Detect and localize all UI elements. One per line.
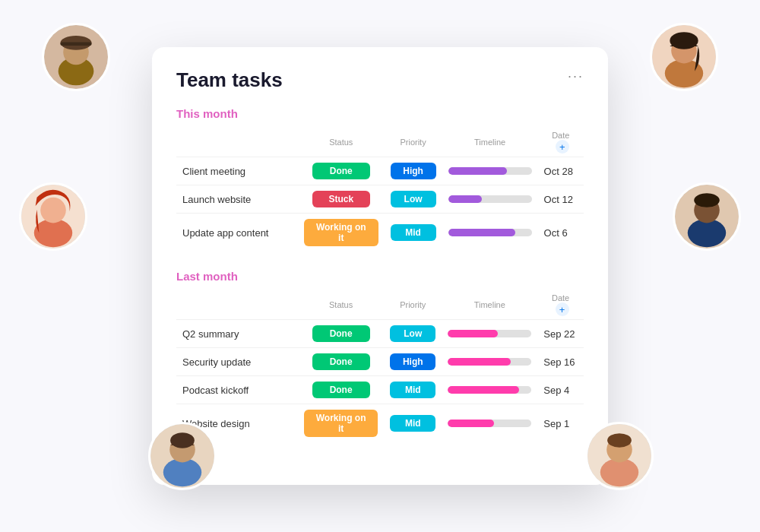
task-date: Oct 12 bbox=[538, 185, 584, 214]
col-header-timeline: Timeline bbox=[442, 290, 537, 320]
status-badge: Done bbox=[312, 325, 370, 342]
task-priority[interactable]: Mid bbox=[384, 376, 442, 404]
svg-rect-4 bbox=[60, 42, 91, 46]
col-header-status: Status bbox=[298, 290, 384, 320]
task-name: Update app content bbox=[176, 214, 298, 252]
avatar bbox=[19, 182, 87, 251]
table-row[interactable]: Podcast kickoffDoneMidSep 4 bbox=[176, 376, 584, 404]
col-header-timeline: Timeline bbox=[442, 128, 538, 157]
priority-badge: Low bbox=[391, 191, 436, 207]
task-status[interactable]: Done bbox=[298, 157, 385, 185]
priority-badge: High bbox=[391, 163, 436, 179]
task-date: Sep 16 bbox=[537, 348, 584, 376]
task-name: Podcast kickoff bbox=[176, 376, 298, 404]
status-badge: Done bbox=[312, 163, 370, 179]
task-name: Security update bbox=[176, 348, 298, 376]
table-row[interactable]: Security updateDoneHighSep 16 bbox=[176, 348, 584, 376]
col-header-priority: Priority bbox=[384, 290, 442, 320]
svg-point-23 bbox=[607, 433, 632, 448]
card-title: Team tasks bbox=[176, 68, 283, 92]
table-row[interactable]: Launch websiteStuckLowOct 12 bbox=[176, 185, 584, 214]
status-badge: Done bbox=[312, 353, 370, 370]
card-menu-button[interactable]: ··· bbox=[568, 68, 584, 84]
svg-point-19 bbox=[170, 432, 195, 448]
task-priority[interactable]: High bbox=[384, 348, 442, 376]
task-date: Sep 4 bbox=[537, 376, 584, 404]
avatar bbox=[148, 422, 217, 490]
svg-point-11 bbox=[40, 198, 66, 223]
task-timeline bbox=[442, 348, 537, 376]
task-table: StatusPriorityTimelineDate+Client meetin… bbox=[176, 128, 584, 252]
status-badge: Working on it bbox=[304, 410, 378, 437]
task-table: StatusPriorityTimelineDate+Q2 summaryDon… bbox=[176, 290, 584, 442]
col-header-date: Date+ bbox=[537, 290, 584, 320]
avatar bbox=[673, 182, 741, 251]
add-column-button[interactable]: + bbox=[556, 140, 569, 154]
avatar bbox=[585, 422, 654, 490]
task-timeline bbox=[442, 376, 537, 404]
task-timeline bbox=[442, 404, 537, 443]
task-timeline bbox=[442, 320, 537, 348]
task-priority[interactable]: Mid bbox=[384, 404, 442, 443]
avatar bbox=[42, 23, 110, 91]
col-header-status: Status bbox=[298, 128, 385, 157]
task-date: Sep 1 bbox=[537, 404, 584, 443]
priority-badge: Mid bbox=[390, 382, 435, 398]
status-badge: Done bbox=[312, 382, 370, 398]
col-task bbox=[176, 128, 298, 157]
task-name: Client meeting bbox=[176, 157, 298, 185]
task-date: Oct 28 bbox=[538, 157, 584, 185]
table-row[interactable]: Update app contentWorking on itMidOct 6 bbox=[176, 214, 584, 252]
col-header-date: Date+ bbox=[538, 128, 584, 157]
task-date: Sep 22 bbox=[537, 320, 584, 348]
avatar bbox=[650, 23, 718, 91]
priority-badge: Mid bbox=[391, 224, 436, 241]
priority-badge: High bbox=[390, 353, 435, 370]
status-badge: Working on it bbox=[304, 219, 378, 246]
section-title: Last month bbox=[176, 270, 584, 283]
task-status[interactable]: Done bbox=[298, 320, 384, 348]
task-timeline bbox=[442, 214, 538, 252]
task-status[interactable]: Done bbox=[298, 376, 384, 404]
task-status[interactable]: Done bbox=[298, 348, 384, 376]
priority-badge: Low bbox=[390, 325, 435, 342]
svg-point-8 bbox=[670, 32, 698, 49]
task-section-this-month: This monthStatusPriorityTimelineDate+Cli… bbox=[176, 107, 584, 252]
status-badge: Stuck bbox=[312, 191, 370, 207]
table-row[interactable]: Q2 summaryDoneLowSep 22 bbox=[176, 320, 584, 348]
task-priority[interactable]: High bbox=[385, 157, 442, 185]
task-priority[interactable]: Mid bbox=[385, 214, 442, 252]
task-status[interactable]: Working on it bbox=[298, 404, 384, 443]
task-priority[interactable]: Low bbox=[385, 185, 442, 214]
card-header: Team tasks ··· bbox=[176, 68, 584, 92]
task-timeline bbox=[442, 157, 538, 185]
table-row[interactable]: Website designWorking on itMidSep 1 bbox=[176, 404, 584, 443]
task-status[interactable]: Stuck bbox=[298, 185, 385, 214]
task-status[interactable]: Working on it bbox=[298, 214, 385, 252]
task-section-last-month: Last monthStatusPriorityTimelineDate+Q2 … bbox=[176, 270, 584, 442]
task-timeline bbox=[442, 185, 538, 214]
task-date: Oct 6 bbox=[538, 214, 584, 252]
task-priority[interactable]: Low bbox=[384, 320, 442, 348]
priority-badge: Mid bbox=[390, 415, 435, 432]
task-name: Launch website bbox=[176, 185, 298, 214]
sections-container: This monthStatusPriorityTimelineDate+Cli… bbox=[176, 107, 584, 442]
add-column-button[interactable]: + bbox=[556, 302, 569, 316]
table-row[interactable]: Client meetingDoneHighOct 28 bbox=[176, 157, 584, 185]
task-name: Q2 summary bbox=[176, 320, 298, 348]
col-header-priority: Priority bbox=[385, 128, 442, 157]
svg-point-15 bbox=[694, 193, 720, 207]
section-title: This month bbox=[176, 107, 584, 120]
main-card: Team tasks ··· This monthStatusPriorityT… bbox=[152, 47, 608, 485]
col-task bbox=[176, 290, 298, 320]
